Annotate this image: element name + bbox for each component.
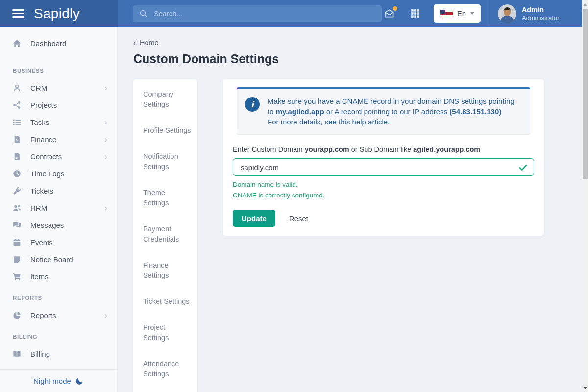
book-icon (13, 350, 23, 358)
breadcrumb: ‹ Home (133, 39, 582, 47)
user-role: Administrator (522, 14, 560, 22)
brand-logo[interactable]: Sapidly (34, 6, 80, 22)
project-network-icon (13, 101, 23, 109)
moon-icon (75, 377, 84, 385)
scrollbar-thumb[interactable] (583, 9, 588, 179)
validation-message-cname: CNAME is correctly configured. (233, 192, 534, 199)
night-mode-label: Night mode (33, 377, 71, 385)
custom-domain-input[interactable] (233, 158, 534, 176)
top-bar-actions-area: En Admin Administrator (118, 0, 588, 27)
sidebar-item-label: Time Logs (30, 170, 64, 178)
page-title: Custom Domain Settings (133, 52, 582, 66)
language-label: En (457, 10, 466, 18)
search-input[interactable] (153, 9, 375, 18)
form-actions: Update Reset (233, 210, 534, 227)
chevron-right-icon: › (104, 204, 107, 212)
sidebar-item-contracts[interactable]: Contracts› (0, 148, 117, 165)
sidebar-item-tasks[interactable]: Tasks› (0, 114, 117, 131)
sidebar: DashboardBUSINESSCRM›ProjectsTasks›$Fina… (0, 27, 118, 392)
domain-settings-panel: i Make sure you have a CNAME record in y… (223, 79, 544, 236)
settings-nav-item-project-settings[interactable]: Project Settings (133, 322, 197, 343)
sidebar-item-label: Notice Board (30, 255, 73, 264)
sidebar-item-items[interactable]: Items (0, 268, 117, 285)
sidebar-item-events[interactable]: Events (0, 234, 117, 251)
sidebar-item-label: CRM (30, 84, 47, 92)
settings-nav-item-finance-settings[interactable]: Finance Settings (133, 260, 197, 281)
sidebar-item-billing[interactable]: Billing (0, 345, 117, 363)
top-bar-brand-area: Sapidly (0, 0, 118, 27)
chevron-right-icon: › (104, 152, 107, 161)
sidebar-item-label: Dashboard (30, 39, 66, 48)
info-icon: i (245, 97, 260, 112)
sidebar-item-reports[interactable]: Reports› (0, 307, 117, 324)
sidebar-item-projects[interactable]: Projects (0, 97, 117, 114)
sidebar-item-label: Billing (30, 350, 50, 358)
sidebar-item-time-logs[interactable]: Time Logs (0, 165, 117, 182)
page-scrollbar[interactable] (582, 0, 588, 392)
sidebar-item-label: HRM (30, 204, 47, 212)
chevron-right-icon: › (104, 311, 107, 319)
chevron-left-icon: ‹ (133, 39, 136, 46)
user-name: Admin (522, 5, 560, 14)
settings-nav: Company SettingsProfile SettingsNotifica… (133, 79, 197, 392)
task-list-icon (13, 118, 23, 126)
sidebar-item-notice-board[interactable]: Notice Board (0, 251, 117, 268)
sidebar-item-tickets[interactable]: Tickets (0, 182, 117, 199)
label-bold-2: agiled.yourapp.com (413, 146, 480, 153)
alert-text-2: or A record pointing to our IP address (326, 107, 447, 116)
settings-nav-item-payment-credentials[interactable]: Payment Credentials (133, 224, 197, 245)
clock-icon (13, 170, 23, 178)
language-selector[interactable]: En (434, 4, 481, 23)
sidebar-item-crm[interactable]: CRM› (0, 79, 117, 97)
sidebar-item-dashboard[interactable]: Dashboard (0, 35, 117, 52)
search-bar (133, 5, 382, 22)
check-icon (518, 163, 528, 172)
sidebar-item-label: Events (30, 238, 53, 246)
mail-button[interactable] (382, 6, 397, 21)
cart-icon (13, 272, 23, 281)
notice-icon (13, 255, 23, 264)
top-bar: Sapidly En (0, 0, 588, 27)
header-divider (489, 0, 489, 27)
sidebar-item-label: Contracts (30, 152, 62, 161)
sidebar-item-label: Finance (30, 135, 56, 144)
apps-button[interactable] (409, 7, 422, 20)
update-button[interactable]: Update (233, 210, 275, 227)
settings-nav-item-company-settings[interactable]: Company Settings (133, 89, 197, 110)
main-content: ‹ Home Custom Domain Settings Company Se… (118, 27, 582, 392)
sidebar-item-finance[interactable]: $Finance› (0, 131, 117, 148)
calendar-icon (13, 238, 23, 246)
user-menu[interactable]: Admin Administrator (498, 4, 588, 23)
settings-nav-item-ticket-settings[interactable]: Ticket Settings (133, 296, 197, 307)
sidebar-item-hrm[interactable]: HRM› (0, 199, 117, 217)
chevron-right-icon: › (104, 84, 107, 92)
notification-badge (393, 6, 397, 11)
settings-nav-item-notification-settings[interactable]: Notification Settings (133, 151, 197, 172)
sidebar-item-label: Tickets (30, 187, 53, 195)
home-icon (13, 39, 23, 48)
settings-nav-item-profile-settings[interactable]: Profile Settings (133, 125, 197, 136)
search-icon (139, 9, 147, 18)
settings-nav-item-attendance-settings[interactable]: Attendance Settings (133, 359, 197, 379)
reset-button[interactable]: Reset (289, 214, 308, 222)
chevron-right-icon: › (104, 135, 107, 144)
domain-input-wrap (233, 158, 534, 176)
scrollbar-up-arrow-icon[interactable] (583, 3, 587, 6)
scrollbar-down-arrow-icon[interactable] (583, 387, 587, 389)
menu-toggle-icon[interactable] (12, 7, 24, 20)
top-actions: En Admin Administrator (382, 0, 588, 27)
alert-text: Make sure you have a CNAME record in you… (268, 96, 520, 127)
alert-bold-ip: (54.83.151.130) (449, 107, 501, 116)
alert-text-3: For more details, see this help article. (268, 118, 390, 126)
sidebar-section-label-business: BUSINESS (0, 58, 117, 79)
sidebar-item-label: Items (30, 272, 49, 281)
settings-nav-item-theme-settings[interactable]: Theme Settings (133, 188, 197, 208)
sidebar-item-messages[interactable]: Messages (0, 217, 117, 234)
chevron-down-icon (470, 12, 474, 15)
breadcrumb-home-link[interactable]: Home (140, 39, 159, 47)
night-mode-toggle[interactable]: Night mode (0, 369, 117, 392)
avatar (498, 4, 516, 23)
label-bold-1: yourapp.com (305, 146, 349, 153)
info-alert: i Make sure you have a CNAME record in y… (237, 87, 530, 135)
sidebar-item-label: Reports (30, 311, 56, 319)
